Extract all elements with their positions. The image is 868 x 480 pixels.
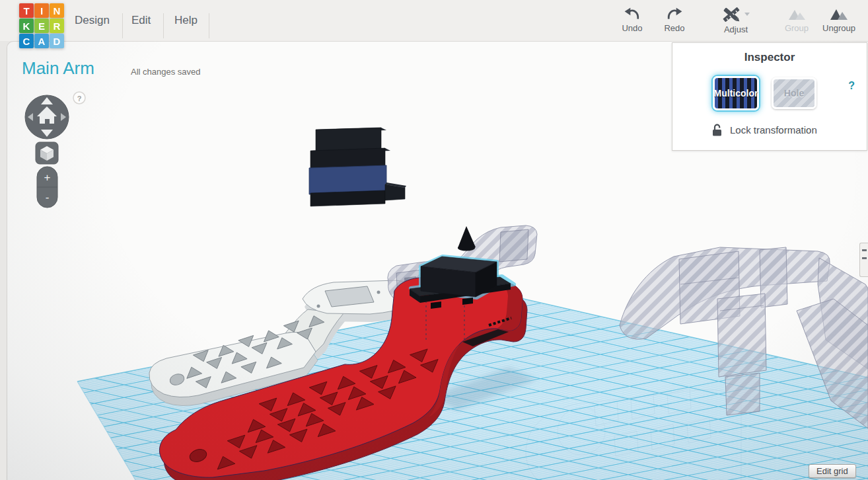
tinkercad-app: { "header": { "logo": { "rows": [["T","I… (0, 0, 868, 480)
tinkercad-logo[interactable]: T I N K E R C A D (19, 3, 65, 50)
redo-icon (666, 7, 683, 21)
adjust-button[interactable]: Adjust (711, 7, 761, 40)
inspector-title: Inspector (672, 51, 867, 64)
redo-button[interactable]: Redo (649, 7, 700, 40)
group-icon (787, 7, 807, 21)
menu-edit[interactable]: Edit (131, 0, 151, 41)
view-help-bubble[interactable]: ? (73, 92, 85, 104)
cutoff-side-panel[interactable] (859, 243, 868, 277)
inspector-panel: Inspector Multicolor Hole ? Lock transfo… (672, 42, 867, 151)
inspector-help-link[interactable]: ? (848, 80, 855, 92)
menu-design[interactable]: Design (75, 0, 110, 41)
lock-transformation-toggle[interactable]: Lock transformation (712, 124, 817, 136)
menu-separator (163, 13, 164, 38)
help-icon: ? (77, 95, 82, 102)
edit-grid-button[interactable]: Edit grid (809, 464, 856, 478)
zoom-controls[interactable]: + - (37, 167, 57, 208)
color-swatch-hole[interactable]: Hole (772, 77, 816, 109)
zoom-in-button[interactable]: + (44, 171, 51, 184)
zoom-out-button[interactable]: - (46, 191, 50, 204)
view-compass[interactable] (25, 95, 69, 139)
ungroup-icon (829, 7, 849, 21)
design-title[interactable]: Main Arm (22, 58, 94, 79)
adjust-icon (721, 7, 750, 22)
menu-separator (122, 13, 123, 38)
menu-help[interactable]: Help (174, 0, 198, 41)
dropdown-caret-icon (744, 13, 750, 16)
undo-icon (624, 7, 641, 21)
unlocked-padlock-icon (712, 124, 723, 136)
save-status: All changes saved (131, 67, 201, 77)
menu-separator (209, 13, 209, 38)
app-header: Design Edit Help Undo Redo Adjust (0, 0, 868, 41)
color-swatch-multicolor[interactable]: Multicolor (713, 76, 759, 110)
isometric-view-button[interactable] (36, 142, 58, 164)
ungroup-button[interactable]: Ungroup (814, 7, 864, 40)
